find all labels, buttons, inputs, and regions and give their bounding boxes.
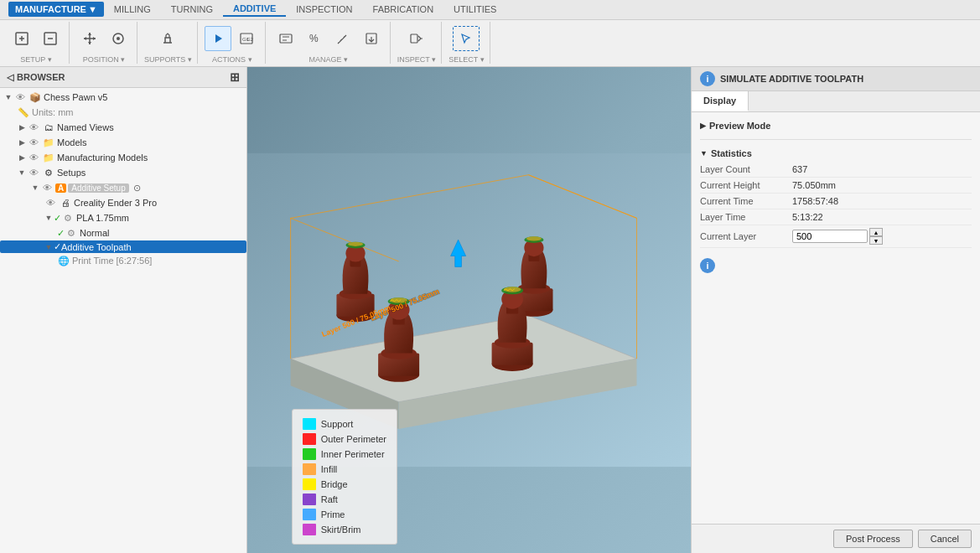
layer-count-label: Layer Count [700, 164, 792, 174]
root-label: Chess Pawn v5 [44, 92, 107, 102]
tab-additive[interactable]: ADDITIVE [223, 2, 286, 17]
percent-icon[interactable]: % [301, 26, 328, 51]
expand-arrow: ▼ [44, 243, 54, 251]
raft-label: Raft [321, 494, 338, 504]
manufacture-button[interactable]: MANUFACTURE ▼ [8, 2, 104, 17]
toolpath-label: Additive Toolpath [61, 242, 132, 252]
inner-perimeter-color [303, 448, 316, 460]
panel-tabs: Display [692, 91, 980, 112]
select-icon[interactable] [453, 26, 480, 51]
support-label: Support [321, 419, 354, 429]
eye-icon: 👁 [40, 181, 54, 194]
supports-icon[interactable] [154, 26, 181, 51]
layer-up-button[interactable]: ▲ [869, 228, 883, 236]
outer-perimeter-label: Outer Perimeter [321, 434, 386, 444]
infill-label: Infill [321, 464, 338, 474]
tab-fabrication[interactable]: FABRICATION [363, 3, 444, 16]
toolbar-tabs: MANUFACTURE ▼ MILLING TURNING ADDITIVE I… [0, 0, 980, 20]
position-label: POSITION ▾ [83, 55, 126, 64]
post-process-button[interactable]: Post Process [833, 530, 913, 548]
named-views-label: Named Views [57, 122, 114, 132]
eye-icon: 👁 [27, 136, 40, 149]
prime-label: Prime [321, 509, 345, 519]
new-setup-icon[interactable] [8, 26, 35, 51]
cancel-button[interactable]: Cancel [918, 530, 972, 548]
panel-info-icon: i [700, 71, 715, 86]
tab-utilities[interactable]: UTILITIES [443, 3, 506, 16]
tree-item-toolpath[interactable]: ▼ ✓ Additive Toolpath [0, 240, 246, 253]
gcode-icon[interactable]: G1G2 [233, 26, 260, 51]
gear-icon: ⚙ [65, 226, 78, 240]
export-icon[interactable] [358, 26, 385, 51]
layer-count-value: 637 [792, 164, 972, 174]
setups-label: Setups [57, 168, 86, 178]
statistics-section: ▼ Statistics Layer Count 637 Current Hei… [692, 140, 980, 253]
tree-item-setups[interactable]: ▼ 👁 ⚙ Setups [0, 165, 246, 180]
position-icon[interactable] [105, 26, 132, 51]
expand-arrow: ▶ [17, 138, 27, 147]
raft-color [303, 494, 316, 505]
current-time-row: Current Time 1758:57:48 [700, 194, 972, 209]
svg-text:G2: G2 [246, 37, 254, 42]
tree-item-printer[interactable]: 👁 🖨 Creality Ender 3 Pro [0, 195, 246, 210]
legend-prime: Prime [303, 507, 386, 522]
skirt-brim-color [303, 524, 316, 535]
tree-item-normal[interactable]: ✓ ⚙ Normal [0, 225, 246, 240]
tab-inspection[interactable]: INSPECTION [286, 3, 362, 16]
viewport[interactable]: Layer 500 / 75.05mm Layer 500 / 75.05mm … [247, 67, 691, 553]
tab-milling[interactable]: MILLING [104, 3, 161, 16]
layer-down-button[interactable]: ▼ [869, 236, 883, 245]
supports-label: SUPPORTS ▾ [144, 55, 192, 64]
legend-inner-perimeter: Inner Perimeter [303, 447, 386, 462]
tree-item-units: 📏 Units: mm [0, 105, 246, 120]
statistics-label: Statistics [711, 148, 752, 158]
target-icon: ⊙ [131, 181, 144, 194]
current-layer-input[interactable] [792, 230, 868, 243]
current-height-row: Current Height 75.050mm [700, 178, 972, 194]
print-time-label: Print Time [6:27:56] [72, 256, 152, 266]
check-icon: ✓ [54, 213, 61, 224]
mfg-models-icon: 📁 [42, 151, 55, 164]
tree-item-additive-setup[interactable]: ▼ 👁 A Additive Setup ⊙ [0, 180, 246, 195]
manufacturing-models-label: Manufacturing Models [57, 152, 148, 163]
tree-item-named-views[interactable]: ▶ 👁 🗂 Named Views [0, 120, 246, 135]
move-icon[interactable] [76, 26, 103, 51]
tree-item-material[interactable]: ▼ ✓ ⚙ PLA 1.75mm [0, 210, 246, 225]
eye-icon: 👁 [44, 196, 57, 209]
units-icon: 📏 [17, 106, 30, 119]
statistics-header[interactable]: ▼ Statistics [700, 145, 972, 162]
layer-count-row: Layer Count 637 [700, 162, 972, 178]
edit-setup-icon[interactable] [37, 26, 64, 51]
legend-raft: Raft [303, 492, 386, 507]
check-icon: ✓ [57, 228, 65, 239]
tree-item-root[interactable]: ▼ 👁 📦 Chess Pawn v5 [0, 90, 246, 105]
browser-header: ◁ BROWSER ⊞ [0, 67, 246, 88]
simulate-panel: i SIMULATE ADDITIVE TOOLPATH Display ▶ P… [691, 67, 980, 553]
tab-display[interactable]: Display [692, 91, 749, 111]
layer-input-group: ▲ ▼ [792, 228, 883, 245]
preview-mode-header[interactable]: ▶ Preview Mode [700, 117, 972, 134]
eye-icon: 👁 [27, 151, 40, 164]
manage-icon[interactable] [272, 26, 299, 51]
tree-item-manufacturing-models[interactable]: ▶ 👁 📁 Manufacturing Models [0, 150, 246, 165]
layer-spinbox: ▲ ▼ [869, 228, 883, 245]
tree-item-models[interactable]: ▶ 👁 📁 Models [0, 135, 246, 150]
inspect-label: INSPECT ▾ [397, 55, 436, 64]
eye-icon: 👁 [27, 121, 40, 134]
bridge-label: Bridge [321, 479, 348, 489]
svg-rect-11 [411, 34, 417, 43]
prime-color [303, 509, 316, 520]
tab-turning[interactable]: TURNING [161, 3, 223, 16]
current-layer-row: Current Layer ▲ ▼ [700, 225, 972, 248]
info-row: i [692, 253, 980, 278]
browser-expand-icon[interactable]: ⊞ [230, 70, 240, 84]
inspect-icon[interactable] [403, 26, 430, 51]
simulate-icon[interactable] [205, 26, 231, 51]
current-time-value: 1758:57:48 [792, 196, 972, 206]
measure-icon[interactable] [329, 26, 356, 51]
gear-icon: ⚙ [61, 211, 75, 225]
panel-title: SIMULATE ADDITIVE TOOLPATH [720, 74, 863, 84]
setup-group: SETUP ▾ [3, 22, 70, 64]
printer-icon: 🖨 [59, 196, 72, 209]
layer-time-value: 5:13:22 [792, 212, 972, 222]
